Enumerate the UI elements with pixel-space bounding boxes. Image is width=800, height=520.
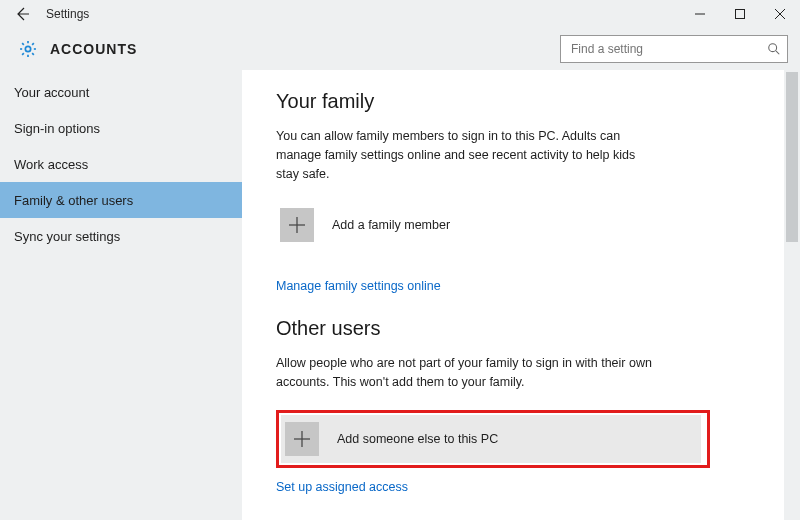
window-title: Settings bbox=[46, 7, 89, 21]
svg-point-11 bbox=[769, 44, 777, 52]
sidebar-item-label: Family & other users bbox=[14, 193, 133, 208]
minimize-icon bbox=[695, 9, 705, 19]
svg-line-12 bbox=[776, 51, 779, 54]
header-left: ACCOUNTS bbox=[18, 39, 137, 59]
back-arrow-icon bbox=[14, 6, 30, 22]
svg-line-9 bbox=[22, 53, 24, 55]
close-icon bbox=[775, 9, 785, 19]
sidebar-item-work-access[interactable]: Work access bbox=[0, 146, 242, 182]
plus-tile bbox=[285, 422, 319, 456]
add-family-label: Add a family member bbox=[332, 218, 450, 232]
sidebar: Your account Sign-in options Work access… bbox=[0, 70, 242, 520]
other-users-heading: Other users bbox=[276, 317, 754, 340]
sidebar-item-sync-settings[interactable]: Sync your settings bbox=[0, 218, 242, 254]
svg-line-8 bbox=[32, 53, 34, 55]
svg-line-10 bbox=[32, 43, 34, 45]
family-description: You can allow family members to sign in … bbox=[276, 127, 656, 183]
maximize-button[interactable] bbox=[720, 0, 760, 28]
manage-family-link[interactable]: Manage family settings online bbox=[276, 279, 441, 293]
sidebar-item-sign-in-options[interactable]: Sign-in options bbox=[0, 110, 242, 146]
plus-icon bbox=[288, 216, 306, 234]
sidebar-item-your-account[interactable]: Your account bbox=[0, 74, 242, 110]
maximize-icon bbox=[735, 9, 745, 19]
back-button[interactable] bbox=[10, 2, 34, 26]
sidebar-item-label: Your account bbox=[14, 85, 89, 100]
gear-icon bbox=[18, 39, 38, 59]
svg-rect-1 bbox=[736, 10, 745, 19]
title-bar: Settings bbox=[0, 0, 800, 28]
sidebar-item-family-other-users[interactable]: Family & other users bbox=[0, 182, 242, 218]
vertical-scrollbar[interactable] bbox=[784, 70, 800, 520]
main-panel: Your family You can allow family members… bbox=[242, 70, 784, 520]
title-bar-left: Settings bbox=[10, 2, 89, 26]
svg-point-2 bbox=[25, 46, 30, 51]
minimize-button[interactable] bbox=[680, 0, 720, 28]
page-title: ACCOUNTS bbox=[50, 41, 137, 57]
window-controls bbox=[680, 0, 800, 28]
add-someone-else-label: Add someone else to this PC bbox=[337, 432, 498, 446]
close-button[interactable] bbox=[760, 0, 800, 28]
sidebar-item-label: Sign-in options bbox=[14, 121, 100, 136]
sidebar-item-label: Sync your settings bbox=[14, 229, 120, 244]
plus-tile bbox=[280, 208, 314, 242]
assigned-access-link[interactable]: Set up assigned access bbox=[276, 480, 408, 494]
search-icon bbox=[767, 42, 781, 56]
family-heading: Your family bbox=[276, 90, 754, 113]
other-users-description: Allow people who are not part of your fa… bbox=[276, 354, 656, 392]
main-wrapper: Your family You can allow family members… bbox=[242, 70, 800, 520]
search-input[interactable] bbox=[569, 41, 761, 57]
highlight-annotation: Add someone else to this PC bbox=[276, 410, 710, 468]
add-someone-else-button[interactable]: Add someone else to this PC bbox=[281, 415, 701, 463]
plus-icon bbox=[293, 430, 311, 448]
scrollbar-thumb[interactable] bbox=[786, 72, 798, 242]
svg-line-7 bbox=[22, 43, 24, 45]
add-family-member-button[interactable]: Add a family member bbox=[276, 201, 696, 249]
sidebar-item-label: Work access bbox=[14, 157, 88, 172]
search-box[interactable] bbox=[560, 35, 788, 63]
header-bar: ACCOUNTS bbox=[0, 28, 800, 70]
content-area: Your account Sign-in options Work access… bbox=[0, 70, 800, 520]
